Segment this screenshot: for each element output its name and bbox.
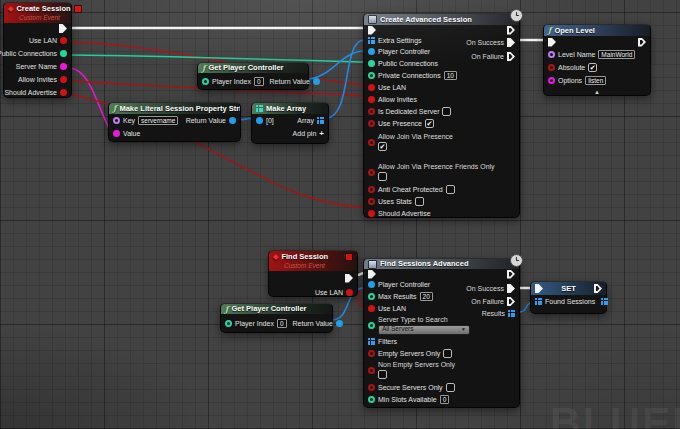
value-pin[interactable]	[113, 130, 120, 137]
should-advertise-pin[interactable]	[60, 89, 67, 96]
is-dedicated-server-checkbox[interactable]	[442, 107, 451, 116]
node-header[interactable]: Make Array	[252, 103, 328, 114]
player-index-pin[interactable]	[225, 320, 232, 327]
level-name-pin[interactable]	[548, 51, 555, 58]
use-lan-pin[interactable]	[368, 305, 375, 312]
player-controller-pin[interactable]	[368, 48, 375, 55]
exec-in-pin[interactable]	[368, 270, 376, 279]
is-dedicated-server-pin[interactable]	[368, 108, 375, 115]
anti-cheat-protected-pin[interactable]	[368, 186, 375, 193]
use-presence-pin[interactable]	[368, 120, 375, 127]
node-header[interactable]: Create Session Custom Event	[4, 3, 71, 23]
use-lan-pin[interactable]	[368, 84, 375, 91]
exec-out-pin[interactable]	[59, 24, 67, 33]
exec-in-pin[interactable]	[548, 38, 556, 47]
on-success-pin[interactable]	[507, 284, 515, 293]
allow-join-via-presence-checkbox[interactable]: ✔	[378, 142, 387, 151]
found-sessions-out-pin[interactable]	[601, 298, 608, 305]
empty-servers-only-checkbox[interactable]	[443, 349, 452, 358]
empty-servers-only-pin[interactable]	[368, 350, 375, 357]
return-value-pin[interactable]	[229, 117, 236, 124]
uses-stats-pin[interactable]	[368, 198, 375, 205]
node-create-advanced-session[interactable]: Create Advanced Session On Success On Fa…	[363, 13, 520, 218]
absolute-checkbox[interactable]: ✔	[588, 63, 597, 72]
node-header[interactable]: Get Player Controller	[198, 63, 308, 73]
array-element-pin[interactable]	[256, 117, 263, 124]
return-value-pin[interactable]	[313, 78, 320, 85]
node-make-literal-session-property-string[interactable]: Make Literal Session Property String Key…	[108, 102, 241, 142]
node-header[interactable]: Open Level	[544, 25, 650, 36]
node-make-array[interactable]: Make Array [0] Array Add pin	[251, 102, 329, 144]
server-type-dropdown[interactable]: All Servers	[378, 325, 470, 335]
player-controller-pin[interactable]	[368, 281, 375, 288]
allow-join-via-presence-friends-only-pin[interactable]	[368, 169, 375, 176]
non-empty-servers-only-pin[interactable]	[368, 367, 375, 374]
node-get-player-controller-2[interactable]: Get Player Controller Player Index 0 Ret…	[220, 303, 333, 333]
use-lan-pin[interactable]	[346, 289, 353, 296]
node-get-player-controller-1[interactable]: Get Player Controller Player Index 0 Ret…	[197, 62, 309, 90]
node-find-sessions-advanced[interactable]: Find Sessions Advanced On Success On Fai…	[363, 258, 520, 408]
exec-out-pin[interactable]	[345, 274, 353, 283]
allow-invites-pin[interactable]	[368, 96, 375, 103]
filters-pin[interactable]	[368, 338, 375, 345]
node-header[interactable]: SET	[531, 282, 606, 295]
node-header[interactable]: Create Advanced Session	[364, 14, 519, 25]
public-connections-pin[interactable]	[368, 60, 375, 67]
node-header[interactable]: Find Sessions Advanced	[364, 259, 519, 269]
key-field[interactable]: servername	[138, 116, 178, 125]
min-slots-available-pin[interactable]	[368, 396, 375, 403]
min-slots-available-field[interactable]: 0	[440, 395, 450, 404]
node-find-session[interactable]: Find Session Custom Event Use LAN	[268, 250, 358, 297]
node-set-found-sessions[interactable]: SET Found Sessions	[530, 281, 607, 314]
node-open-level[interactable]: Open Level Level Name MainWorld Absolute…	[543, 24, 651, 96]
level-name-field[interactable]: MainWorld	[598, 50, 635, 59]
options-field[interactable]: listen	[585, 76, 606, 85]
anti-cheat-protected-checkbox[interactable]	[446, 185, 455, 194]
exec-in-pin[interactable]	[368, 26, 376, 35]
exec-out-pin[interactable]	[638, 38, 646, 47]
secure-servers-only-pin[interactable]	[368, 384, 375, 391]
should-advertise-pin[interactable]	[368, 210, 375, 217]
exec-out-pin[interactable]	[507, 270, 515, 279]
node-header[interactable]: Make Literal Session Property String	[109, 103, 240, 114]
server-name-pin[interactable]	[60, 63, 67, 70]
extra-settings-pin[interactable]	[368, 37, 375, 44]
allow-join-via-presence-friends-only-checkbox[interactable]	[378, 172, 387, 181]
uses-stats-checkbox[interactable]	[415, 197, 424, 206]
absolute-pin[interactable]	[548, 64, 555, 71]
player-index-pin[interactable]	[202, 78, 209, 85]
allow-join-via-presence-pin[interactable]	[368, 139, 375, 146]
on-failure-pin[interactable]	[507, 52, 515, 61]
options-pin[interactable]	[548, 77, 555, 84]
use-lan-pin[interactable]	[60, 37, 67, 44]
player-index-field[interactable]: 0	[277, 319, 287, 328]
exec-out-pin[interactable]	[507, 26, 515, 35]
node-header[interactable]: Find Session Custom Event	[269, 251, 357, 271]
secure-servers-only-checkbox[interactable]	[446, 383, 455, 392]
private-connections-pin[interactable]	[368, 72, 375, 79]
on-failure-pin[interactable]	[507, 297, 515, 306]
max-results-field[interactable]: 20	[420, 292, 433, 301]
exec-in-pin[interactable]	[535, 284, 543, 293]
on-success-pin[interactable]	[507, 38, 515, 47]
add-pin-button[interactable]: Add pin	[252, 127, 328, 140]
results-pin[interactable]	[508, 310, 515, 317]
exec-out-pin[interactable]	[594, 284, 602, 293]
use-presence-checkbox[interactable]: ✔	[425, 119, 434, 128]
public-connections-pin[interactable]	[60, 50, 67, 57]
pin-label: Server Name	[16, 63, 57, 70]
key-pin[interactable]	[113, 117, 120, 124]
node-header[interactable]: Get Player Controller	[221, 304, 332, 314]
private-connections-field[interactable]: 10	[444, 71, 457, 80]
found-sessions-in-pin[interactable]	[535, 298, 542, 305]
allow-invites-pin[interactable]	[60, 76, 67, 83]
collapse-arrow-icon[interactable]	[594, 89, 600, 95]
return-value-pin[interactable]	[336, 320, 343, 327]
non-empty-servers-only-checkbox[interactable]	[378, 370, 387, 379]
node-create-session[interactable]: Create Session Custom Event Use LAN Publ…	[3, 2, 72, 98]
array-out-pin[interactable]	[317, 117, 324, 124]
max-results-pin[interactable]	[368, 293, 375, 300]
pin-label: Non Empty Servers Only	[378, 361, 455, 368]
server-type-pin[interactable]	[368, 322, 375, 329]
player-index-field[interactable]: 0	[254, 77, 264, 86]
